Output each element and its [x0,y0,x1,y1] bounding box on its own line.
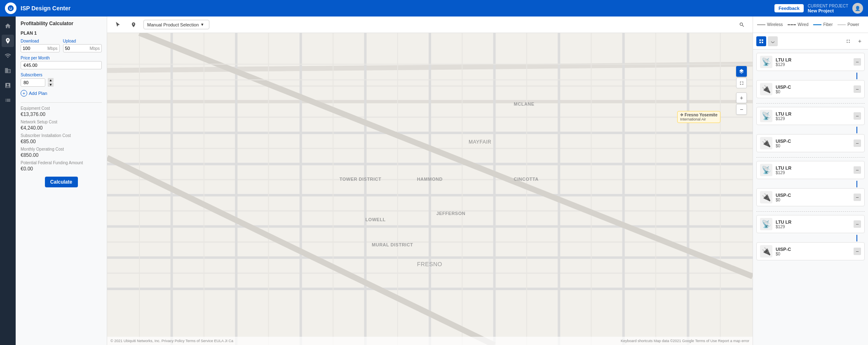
price-input[interactable] [21,61,102,69]
zoom-out-button[interactable]: − [736,104,747,115]
device-icon-ltu4: 📡 [760,218,772,230]
right-toolbar-plus-button[interactable] [855,36,865,46]
device-remove-8[interactable]: − [854,248,861,255]
map-layers-button[interactable] [736,66,747,77]
device-name-5: LTU LR [776,165,791,170]
legend-fiber: Fiber [813,22,833,27]
device-info-2: 🔌 UISP-C $0 [760,83,791,95]
map-footer: © 2021 Ubiquiti Networks, Inc. Privacy P… [107,337,753,345]
divider-1 [21,102,102,103]
upload-input-wrapper: Mbps [63,44,102,52]
upload-group: Upload Mbps [63,39,102,52]
monthly-operating-cost-value: €850.00 [21,152,102,158]
device-price-1: $129 [776,62,791,67]
device-price-4: $0 [776,144,791,148]
sidebar-item-list[interactable] [2,94,14,106]
network-setup-cost-label: Network Setup Cost [21,120,102,124]
map-container[interactable]: MCLANE TOWER DISTRICT HAMMOND CINCOTTA M… [107,33,753,345]
download-input[interactable] [21,45,47,52]
svg-text:U: U [9,7,12,11]
fiber-line-icon [813,24,821,25]
download-group: Download Mbps [21,39,60,52]
subscriber-installation-cost-label: Subscriber Installation Cost [21,133,102,138]
device-row-2: 🔌 UISP-C $0 − [756,80,865,98]
price-row: Price per Month [21,56,102,69]
right-toolbar-layers-button[interactable] [768,36,778,46]
device-row-7: 📡 LTU LR $129 − [756,215,865,233]
app-logo: U [5,2,16,14]
device-info: 📡 LTU LR $129 [760,56,791,68]
sidebar-item-building[interactable] [2,64,14,77]
device-remove-7[interactable]: − [854,220,861,228]
federal-funding-value: €0.00 [21,166,102,172]
calculate-button[interactable]: Calculate [45,177,78,187]
map-expand-button[interactable] [736,78,747,88]
device-icon-ltu3: 📡 [760,164,772,176]
power-line-icon [838,24,846,25]
cursor-tool-button[interactable] [112,19,124,31]
price-label: Price per Month [21,56,102,60]
subscriber-installation-cost-group: Subscriber Installation Cost €85.00 [21,133,102,144]
toolbar: Manual Product Selection ▾ [107,17,753,33]
device-row-5: 📡 LTU LR $129 − [756,161,865,179]
product-selection-label: Manual Product Selection [147,22,199,27]
connector-line-1 [856,73,857,79]
device-remove-3[interactable]: − [854,112,861,120]
add-plan-label: Add Plan [29,91,47,96]
device-icon-uisp4: 🔌 [760,245,772,258]
sidebar-item-map[interactable] [2,35,14,47]
map-controls: + − [736,66,747,115]
device-row: 📡 LTU LR $129 − [756,53,865,71]
device-remove-6[interactable]: − [854,194,861,201]
subscriber-installation-cost-value: €85.00 [21,139,102,144]
device-icon-uisp2: 🔌 [760,137,772,149]
device-section-3: 📡 LTU LR $129 − 🔌 UISP-C [756,161,865,206]
sidebar-item-home[interactable] [2,20,14,32]
zoom-in-button[interactable]: + [736,92,747,103]
device-remove-4[interactable]: − [854,139,861,147]
device-info-4: 🔌 UISP-C $0 [760,137,791,149]
sidebar-item-network[interactable] [2,50,14,62]
connector-line-3 [856,181,857,187]
equipment-cost-group: Equipment Cost €13,376.00 [21,106,102,117]
device-remove-1[interactable]: − [854,58,861,66]
location-pin-button[interactable] [128,19,139,31]
device-icon-uisp3: 🔌 [760,191,772,203]
device-remove-2[interactable]: − [854,85,861,93]
device-info-7: 📡 LTU LR $129 [760,218,791,230]
upload-label: Upload [63,39,102,43]
device-row-8: 🔌 UISP-C $0 − [756,242,865,260]
app-container: Profitability Calculator PLAN 1 Download… [0,0,868,345]
wireless-label: Wireless [767,22,783,27]
sidebar-item-calculator[interactable] [2,79,14,92]
app-title: ISP Design Center [21,5,774,12]
left-panel: Profitability Calculator PLAN 1 Download… [16,17,107,345]
feedback-button[interactable]: Feedback [774,4,804,12]
search-button[interactable] [736,19,748,31]
right-toolbar-expand-button[interactable] [843,36,853,46]
device-icon-ltu2: 📡 [760,110,772,122]
wireless-line-icon [757,24,765,25]
subscribers-down[interactable]: ▼ [48,83,54,87]
connector-line-2 [856,127,857,133]
legend-wireless: Wireless [757,22,783,27]
product-selection-dropdown[interactable]: Manual Product Selection ▾ [143,20,209,29]
monthly-operating-cost-label: Monthly Operating Cost [21,147,102,151]
subscribers-up[interactable]: ▲ [48,78,54,82]
download-unit: Mbps [47,46,59,51]
map-footer-left: © 2021 Ubiquiti Networks, Inc. Privacy P… [110,339,233,343]
device-price-6: $0 [776,198,791,202]
device-section-4: 📡 LTU LR $129 − 🔌 UISP-C [756,215,865,260]
device-remove-5[interactable]: − [854,166,861,174]
section-divider-1 [756,103,865,104]
section-divider-2 [756,157,865,158]
add-plan-row[interactable]: + Add Plan [21,90,102,97]
wired-line-icon [788,24,796,25]
dropdown-arrow-icon: ▾ [201,22,204,27]
right-toolbar-grid-button[interactable] [756,36,766,46]
subscribers-input[interactable] [21,78,45,87]
avatar[interactable]: 👤 [852,3,863,14]
upload-input[interactable] [63,45,90,52]
device-info-5: 📡 LTU LR $129 [760,164,791,176]
device-price-7: $129 [776,224,791,229]
